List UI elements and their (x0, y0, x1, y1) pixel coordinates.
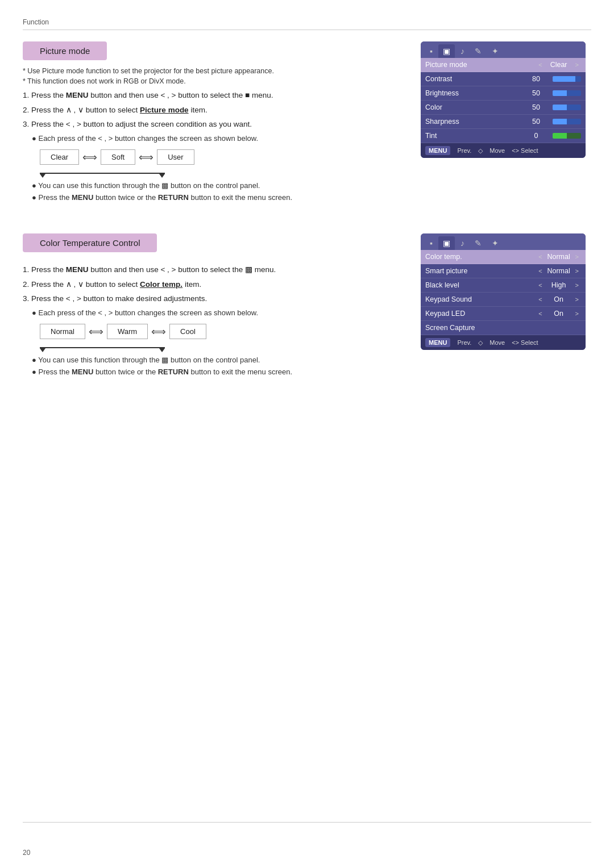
color-temp-menu-footer: MENU Prev. ◇ Move <> Select (421, 335, 586, 350)
tab-star[interactable]: ✦ (487, 44, 503, 58)
sharpness-row: Sharpness 50 (421, 115, 586, 129)
ct-tab-star[interactable]: ✦ (487, 236, 503, 250)
picture-mode-row-value: Clear (545, 61, 573, 69)
ct-tab-monitor[interactable]: ▪ (425, 236, 437, 250)
move-text: Move (489, 147, 505, 154)
sharpness-value: 50 (522, 118, 550, 126)
tab-edit[interactable]: ✎ (470, 44, 486, 58)
ct-monitor-icon: ▪ (430, 239, 433, 248)
picture-mode-bullet-1: ● Each press of the < , > button changes… (32, 134, 398, 143)
black-level-value: High (545, 281, 573, 289)
keypad-led-label: Keypad LED (425, 310, 536, 318)
tint-bar-fill (553, 133, 567, 139)
grid-icon: ▣ (443, 47, 450, 56)
color-arrow-2: ⟺ (148, 326, 169, 338)
select-text: <> Select (512, 147, 538, 154)
ct-grid-icon: ▣ (443, 239, 450, 248)
picture-mode-row-label: Picture mode (425, 61, 536, 69)
ct-tab-grid[interactable]: ▣ (438, 236, 455, 250)
color-value: 50 (522, 103, 550, 111)
color-arrow-1: ⟺ (85, 326, 107, 338)
color-temp-menu-panel: ▪ ▣ ♪ ✎ ✦ (421, 233, 591, 379)
ct-tab-edit[interactable]: ✎ (470, 236, 486, 250)
sharpness-bar (553, 119, 581, 124)
color-temp-section: Color Temperature Control 1. Press the M… (23, 233, 591, 379)
color-temp-bullet-2: ● You can use this function through the … (32, 356, 398, 364)
mode-warm: Warm (107, 324, 148, 339)
picture-mode-note-1: * Use Picture mode function to set the p… (23, 67, 398, 75)
color-temp-bullet-1: ● Each press of the < , > button changes… (32, 308, 398, 317)
contrast-value: 80 (522, 75, 550, 83)
brightness-row: Brightness 50 (421, 86, 586, 101)
monitor-icon: ▪ (430, 47, 433, 56)
sharpness-label: Sharpness (425, 118, 522, 126)
keypad-sound-label: Keypad Sound (425, 295, 536, 303)
picture-mode-row: Picture mode < Clear > (421, 58, 586, 72)
picture-mode-bullet-2: ● You can use this function through the … (32, 181, 398, 190)
music-icon: ♪ (460, 47, 464, 56)
color-temp-step-2: 2. Press the ∧ , ∨ button to select Colo… (23, 279, 398, 289)
star-icon: ✦ (492, 47, 499, 56)
picture-mode-step-2: 2. Press the ∧ , ∨ button to select Pict… (23, 105, 398, 114)
color-temp-row: Color temp. < Normal > (421, 250, 586, 264)
arrow-2: ⟺ (135, 151, 157, 164)
color-temp-left: Color Temperature Control 1. Press the M… (23, 233, 398, 379)
tab-grid[interactable]: ▣ (438, 44, 455, 58)
ct-right-arrow: > (573, 253, 581, 260)
color-bar-fill (553, 105, 567, 110)
black-level-row: Black level < High > (421, 278, 586, 293)
color-temp-row-value: Normal (545, 253, 573, 261)
tint-label: Tint (425, 132, 522, 140)
menu-bold-1: MENU (66, 91, 89, 99)
tint-bar (553, 133, 581, 139)
picture-mode-item: Picture mode (140, 106, 189, 114)
arrow-1: ⟺ (79, 151, 101, 164)
smart-picture-label: Smart picture (425, 267, 536, 275)
picture-mode-right-arrow: > (573, 61, 581, 68)
sharpness-bar-fill (553, 119, 567, 124)
color-row: Color 50 (421, 101, 586, 115)
mode-user: User (157, 149, 194, 165)
page-header: Function (23, 17, 591, 30)
tab-music[interactable]: ♪ (456, 44, 469, 58)
smart-picture-row: Smart picture < Normal > (421, 264, 586, 278)
smart-picture-value: Normal (545, 267, 573, 275)
bottom-divider (23, 822, 591, 823)
color-temp-row-label: Color temp. (425, 253, 536, 261)
keypad-led-value: On (545, 310, 573, 318)
picture-mode-bullet-3: ● Press the MENU button twice or the RET… (32, 193, 398, 202)
picture-mode-diagram: Clear ⟺ Soft ⟺ User (23, 149, 398, 178)
contrast-bar (553, 76, 581, 82)
color-temp-bullet-3: ● Press the MENU button twice or the RET… (32, 368, 398, 376)
brightness-bar-fill (553, 90, 567, 96)
picture-menu-tabs: ▪ ▣ ♪ ✎ ✦ (421, 41, 586, 58)
ct-music-icon: ♪ (460, 239, 464, 248)
picture-mode-left: Picture mode * Use Picture mode function… (23, 41, 398, 205)
contrast-row: Contrast 80 (421, 72, 586, 86)
move-icon: ◇ (478, 147, 483, 155)
picture-mode-note-2: * This function does not work in RGB or … (23, 77, 398, 85)
ct-edit-icon: ✎ (475, 239, 482, 248)
brightness-value: 50 (522, 89, 550, 97)
ct-menu-prev-btn[interactable]: MENU (425, 338, 450, 347)
picture-mode-step-3: 3. Press the < , > button to adjust the … (23, 120, 398, 128)
header-label: Function (23, 18, 49, 26)
edit-icon: ✎ (475, 47, 482, 56)
brightness-bar (553, 90, 581, 96)
picture-mode-menu-panel: ▪ ▣ ♪ ✎ ✦ (421, 41, 591, 205)
ct-tab-music[interactable]: ♪ (456, 236, 469, 250)
ct-select-text: <> Select (512, 339, 538, 346)
tint-row: Tint 0 (421, 129, 586, 143)
picture-mode-title: Picture mode (23, 41, 107, 60)
picture-menu-footer: MENU Prev. ◇ Move <> Select (421, 143, 586, 158)
menu-prev-btn[interactable]: MENU (425, 146, 450, 155)
page-number: 20 (23, 849, 30, 857)
tab-monitor[interactable]: ▪ (425, 44, 437, 58)
color-temp-diagram: Normal ⟺ Warm ⟺ Cool (23, 324, 398, 352)
color-temp-panel-box: ▪ ▣ ♪ ✎ ✦ (421, 233, 586, 350)
screen-capture-row: Screen Capture (421, 321, 586, 335)
brightness-label: Brightness (425, 89, 522, 97)
keypad-led-row: Keypad LED < On > (421, 307, 586, 321)
color-temp-step-3: 3. Press the < , > button to make desire… (23, 294, 398, 303)
contrast-bar-fill (553, 76, 575, 82)
